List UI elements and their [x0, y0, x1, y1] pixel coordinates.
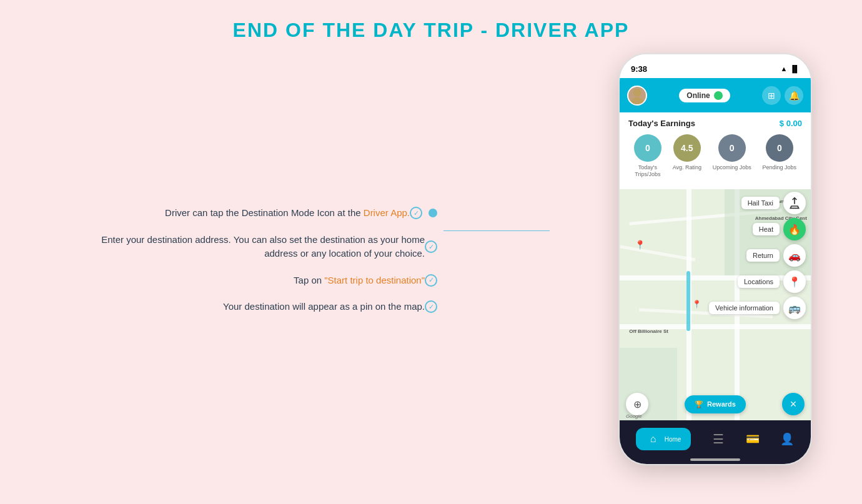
- menu-row-locations: Locations 📍: [738, 270, 806, 293]
- google-logo: Google: [626, 413, 642, 419]
- toggle-dot: [714, 91, 723, 100]
- step-1-dot: [429, 209, 437, 217]
- heat-label[interactable]: Heat: [753, 223, 780, 235]
- menu-row-vehicle-info: Vehicle information 🚌: [709, 297, 806, 319]
- status-time: 9:38: [631, 64, 647, 74]
- step-2-text: Enter your destination address. You can …: [100, 233, 425, 261]
- hailtaxi-icon-btn[interactable]: [783, 192, 806, 214]
- wifi-icon: ▲: [781, 65, 788, 72]
- stats-row: 0 Today'sTrips/Jobs 4.5 Avg. Rating 0 Up…: [628, 134, 802, 183]
- menu-row-heat: Heat 🔥: [753, 218, 806, 240]
- phone-notch: [678, 54, 753, 72]
- step-1-check-icon: ✓: [410, 207, 422, 219]
- return-label[interactable]: Return: [746, 249, 780, 262]
- steps-container: Driver can tap the Destination Mode Icon…: [50, 206, 437, 327]
- my-location-btn[interactable]: ⊕: [626, 393, 648, 415]
- earnings-amount: $ 0.00: [780, 119, 802, 128]
- step-3-check-icon: ✓: [425, 274, 437, 287]
- step-1: Driver can tap the Destination Mode Icon…: [50, 206, 437, 220]
- stat-upcoming: 0 Upcoming Jobs: [713, 134, 751, 178]
- stat-rating-label: Avg. Rating: [673, 164, 701, 171]
- stat-upcoming-label: Upcoming Jobs: [713, 164, 751, 171]
- step-4-text: Your destination will appear as a pin on…: [223, 300, 425, 314]
- map-menu: Hail Taxi Heat 🔥 Return 🚗: [709, 192, 806, 319]
- map-bottom-controls: ⊕ 🏆 Rewards ×: [620, 393, 811, 415]
- nav-home-bg: ⌂ Home: [636, 428, 691, 450]
- map-area: Crowne Plaza Ahmedabad City Cent Off Bil…: [620, 179, 811, 420]
- earnings-label: Today's Earnings: [628, 119, 695, 128]
- vehicle-info-icon-btn[interactable]: 🚌: [783, 297, 806, 319]
- menu-row-return: Return 🚗: [746, 244, 806, 267]
- bottom-nav: ⌂ Home ☰ 💳 👤: [620, 420, 811, 464]
- profile-icon: 👤: [780, 432, 795, 447]
- page-title: END OF THE DAY TRIP - DRIVER APP: [0, 0, 862, 42]
- stat-rating-circle: 4.5: [673, 134, 701, 162]
- list-icon: ☰: [711, 432, 726, 447]
- step-2: Enter your destination address. You can …: [50, 233, 437, 261]
- step-3-text: Tap on "Start trip to destination": [294, 274, 425, 288]
- step-1-text: Driver can tap the Destination Mode Icon…: [165, 206, 410, 220]
- step-2-check-icon: ✓: [425, 240, 437, 253]
- phone-mockup: 9:38 ▲ ▐▌ Online ⊞ 🔔: [618, 53, 812, 465]
- online-label: Online: [686, 91, 710, 100]
- header-icons: ⊞ 🔔: [762, 86, 803, 105]
- nav-home-label: Home: [665, 436, 681, 443]
- nav-item-home[interactable]: ⌂ Home: [636, 428, 691, 450]
- rewards-label: Rewards: [707, 400, 736, 408]
- battery-icon: ▐▌: [790, 65, 800, 72]
- earnings-section: Today's Earnings $ 0.00 0 Today'sTrips/J…: [620, 112, 811, 189]
- stat-pending-circle: 0: [766, 134, 793, 162]
- connector-line: [443, 230, 550, 231]
- nav-item-list[interactable]: ☰: [711, 432, 726, 447]
- map-background: Crowne Plaza Ahmedabad City Cent Off Bil…: [620, 179, 811, 420]
- step-3-highlight: "Start trip to destination": [324, 275, 425, 285]
- nav-item-wallet[interactable]: 💳: [745, 432, 760, 447]
- rewards-icon: 🏆: [695, 400, 703, 408]
- step-4-check-icon: ✓: [425, 300, 437, 313]
- wallet-icon: 💳: [745, 432, 760, 447]
- phone-screen: 9:38 ▲ ▐▌ Online ⊞ 🔔: [618, 53, 812, 465]
- locations-icon-btn[interactable]: 📍: [783, 270, 806, 293]
- earnings-row: Today's Earnings $ 0.00: [628, 119, 802, 128]
- stat-trips-circle: 0: [634, 134, 661, 162]
- online-toggle-pill[interactable]: Online: [679, 89, 730, 102]
- stat-upcoming-circle: 0: [718, 134, 746, 162]
- stat-pending: 0 Pending Jobs: [763, 134, 797, 178]
- bell-icon-button[interactable]: 🔔: [785, 86, 803, 105]
- vehicle-info-label[interactable]: Vehicle information: [709, 302, 780, 314]
- step-3: Tap on "Start trip to destination" ✓: [50, 274, 437, 288]
- rewards-btn[interactable]: 🏆 Rewards: [685, 395, 746, 413]
- status-icons: ▲ ▐▌: [781, 65, 800, 72]
- hailtaxi-label[interactable]: Hail Taxi: [741, 197, 780, 209]
- stat-pending-label: Pending Jobs: [763, 164, 797, 171]
- step-1-highlight: Driver App.: [364, 207, 410, 218]
- locations-label[interactable]: Locations: [738, 275, 780, 288]
- nav-item-profile[interactable]: 👤: [780, 432, 795, 447]
- app-header: Online ⊞ 🔔: [620, 78, 811, 112]
- svg-point-1: [631, 97, 644, 104]
- menu-row-hailtaxi: Hail Taxi: [741, 192, 806, 214]
- home-indicator: [690, 458, 740, 461]
- svg-point-0: [633, 88, 641, 96]
- step-4: Your destination will appear as a pin on…: [50, 300, 437, 314]
- map-label-billionaire: Off Billionaire St: [629, 329, 668, 334]
- stat-trips-label: Today'sTrips/Jobs: [635, 164, 660, 178]
- close-btn[interactable]: ×: [782, 393, 805, 415]
- grid-icon-button[interactable]: ⊞: [762, 86, 781, 105]
- avatar[interactable]: [627, 86, 647, 106]
- stat-trips: 0 Today'sTrips/Jobs: [634, 134, 661, 178]
- home-icon: ⌂: [646, 432, 661, 447]
- stat-rating: 4.5 Avg. Rating: [673, 134, 701, 178]
- online-toggle-container: Online: [652, 89, 757, 102]
- return-icon-btn[interactable]: 🚗: [783, 244, 806, 267]
- heat-icon-btn[interactable]: 🔥: [783, 218, 806, 240]
